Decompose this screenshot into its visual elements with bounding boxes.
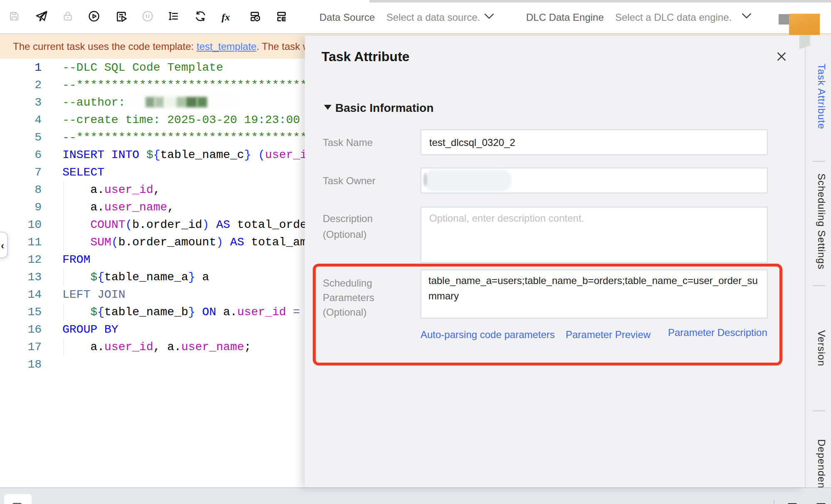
svg-text:fx: fx (222, 12, 230, 22)
